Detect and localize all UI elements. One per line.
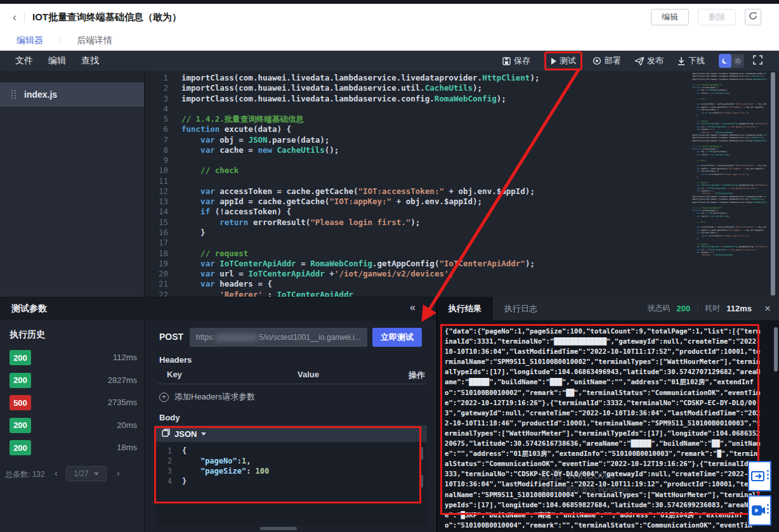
file-sidebar: index.js xyxy=(0,71,145,297)
download-arrow-icon xyxy=(678,57,685,65)
status-badge: 200 xyxy=(10,350,31,365)
headers-divider xyxy=(157,384,427,384)
result-scrollbar[interactable] xyxy=(774,327,778,372)
history-item[interactable]: 20018ms xyxy=(0,440,145,459)
moon-icon[interactable] xyxy=(719,54,731,68)
history-item[interactable]: 5002735ms xyxy=(0,395,145,414)
code-line: 8 var cache = new CacheUtils(); xyxy=(145,145,691,155)
tab-bar: 编辑器 后端详情 xyxy=(0,30,779,51)
body-type-icon xyxy=(162,428,170,439)
menu-edit[interactable]: 编辑 xyxy=(48,55,66,67)
history-item[interactable]: 200112ms xyxy=(0,350,145,369)
headers-section-label: Headers xyxy=(159,355,192,365)
edit-button[interactable]: 编辑 xyxy=(651,9,689,25)
code-editor[interactable]: 1importClass(com.huawei.livedata.lambdas… xyxy=(145,71,779,297)
body-type-selector[interactable]: JSON xyxy=(155,425,427,442)
page-header: ‹ IOT批量查询终端基础信息（敢为） 编辑 删除 xyxy=(0,4,779,30)
code-line: 22 'Referer' : IoTCenterApiAddr xyxy=(145,290,691,297)
menu-find[interactable]: 查找 xyxy=(81,55,99,67)
run-test-button[interactable]: 立即测试 xyxy=(372,328,422,347)
header-divider xyxy=(24,12,25,22)
sun-icon[interactable] xyxy=(731,54,744,68)
delete-button[interactable]: 删除 xyxy=(698,9,736,25)
drag-handle-icon[interactable] xyxy=(11,90,16,99)
code-line: 3importClass(com.huawei.livedata.lambdas… xyxy=(145,94,691,104)
code-line: 21 var headers = { xyxy=(145,279,691,289)
body-section-label: Body xyxy=(159,413,180,422)
result-panel: 执行结果 执行日志 状态码 200 | 耗时 112ms × {"data":{… xyxy=(436,297,779,532)
publish-button[interactable]: 发布 xyxy=(635,55,664,67)
play-icon xyxy=(551,58,556,65)
status-badge: 200 xyxy=(10,440,31,455)
body-scrollbar[interactable] xyxy=(420,475,423,488)
test-button[interactable]: 测试 xyxy=(544,51,582,70)
code-line: 6function excute(data) { xyxy=(145,124,691,134)
prev-page-button[interactable]: ‹ xyxy=(55,468,58,478)
menu-file[interactable]: 文件 xyxy=(15,55,33,67)
publish-label: 发布 xyxy=(647,55,664,67)
page-select[interactable]: 1/27 xyxy=(66,466,107,481)
tab-exec-log[interactable]: 执行日志 xyxy=(493,297,549,320)
back-button[interactable]: ‹ xyxy=(13,11,16,23)
page-title: IOT批量查询终端基础信息（敢为） xyxy=(32,11,181,23)
response-json-text[interactable]: {"data":{"pageNo":1,"pageSize":100,"tota… xyxy=(445,326,761,530)
status-separator: | xyxy=(697,304,698,313)
sidebar-item-indexjs[interactable]: index.js xyxy=(0,82,144,107)
status-badge: 200 xyxy=(10,418,31,433)
history-item[interactable]: 2002827ms xyxy=(0,373,145,392)
test-params-title: 测试参数 xyxy=(11,303,47,315)
code-line: 20 var url = IoTCenterApiAddr +'/iot/gan… xyxy=(145,269,691,279)
column-key: Key xyxy=(167,370,182,379)
next-page-button[interactable]: › xyxy=(117,468,120,478)
refresh-icon xyxy=(749,11,757,23)
code-line: 4} xyxy=(155,476,427,486)
status-badge: 200 xyxy=(10,373,31,388)
deploy-button[interactable]: 部署 xyxy=(592,55,621,67)
url-redacted-blur xyxy=(216,334,258,342)
code-line: 7 var obj = JSON.parse(data); xyxy=(145,135,691,145)
body-json-editor[interactable]: 1{2 "pageNo":1,3 "pageSize": 1004} xyxy=(155,442,427,526)
elapsed-label: 耗时 xyxy=(705,303,720,314)
add-header-label: 添加Headers请求参数 xyxy=(174,391,255,403)
tab-backend-detail[interactable]: 后端详情 xyxy=(77,29,112,52)
editor-scrollbar[interactable] xyxy=(771,72,775,295)
code-line: 3 "pageSize": 100 xyxy=(155,466,427,476)
http-method-label: POST xyxy=(159,332,183,342)
tab-exec-result[interactable]: 执行结果 xyxy=(437,297,493,320)
code-line: 4 xyxy=(145,104,691,114)
add-header-button[interactable]: + 添加Headers请求参数 xyxy=(159,391,255,403)
history-item[interactable]: 20020ms xyxy=(0,418,145,437)
widget-drag-dots[interactable] xyxy=(767,470,769,479)
body-scrollbar[interactable] xyxy=(420,447,423,460)
sidebar-top-strip xyxy=(0,71,144,82)
code-line: 17 xyxy=(145,238,691,248)
fullscreen-icon[interactable] xyxy=(753,55,763,67)
code-lines: 1importClass(com.huawei.livedata.lambdas… xyxy=(145,73,691,297)
screenshot-widget-button[interactable] xyxy=(748,461,771,491)
elapsed-time: 112ms xyxy=(113,353,137,362)
test-label: 测试 xyxy=(560,55,576,67)
minimap[interactable]: importClass(com.huawei.livedata.lambdase… xyxy=(692,72,767,263)
save-label: 保存 xyxy=(514,55,530,67)
header-actions: 编辑 删除 xyxy=(651,9,761,25)
status-badge: 500 xyxy=(10,395,31,410)
tab-editor[interactable]: 编辑器 xyxy=(16,29,43,52)
chevron-down-icon xyxy=(201,432,206,436)
column-operation: 操作 xyxy=(409,370,425,381)
save-button[interactable]: 保存 xyxy=(502,55,530,67)
plus-circle-icon: + xyxy=(159,393,169,402)
widget-drag-dots[interactable] xyxy=(767,504,769,514)
url-input[interactable]: https: 5/io/sctest1001__io.ganwei.i... xyxy=(190,328,367,347)
theme-toggle[interactable] xyxy=(719,54,744,68)
page-indicator: 1/27 xyxy=(74,469,88,478)
tab-separator xyxy=(60,36,60,44)
screen-record-widget-button[interactable] xyxy=(748,495,771,526)
code-line: 1importClass(com.huawei.livedata.lambdas… xyxy=(145,73,691,83)
close-icon[interactable]: × xyxy=(764,303,771,314)
offline-button[interactable]: 下线 xyxy=(678,55,705,67)
request-panel: POST https: 5/io/sctest1001__io.ganwei.i… xyxy=(145,320,436,532)
horizontal-scrollbar[interactable] xyxy=(260,527,297,530)
code-line: 15 return errorResult("Please login firs… xyxy=(145,217,691,228)
collapse-panel-icon[interactable]: « xyxy=(410,302,416,313)
refresh-button[interactable] xyxy=(745,9,761,25)
